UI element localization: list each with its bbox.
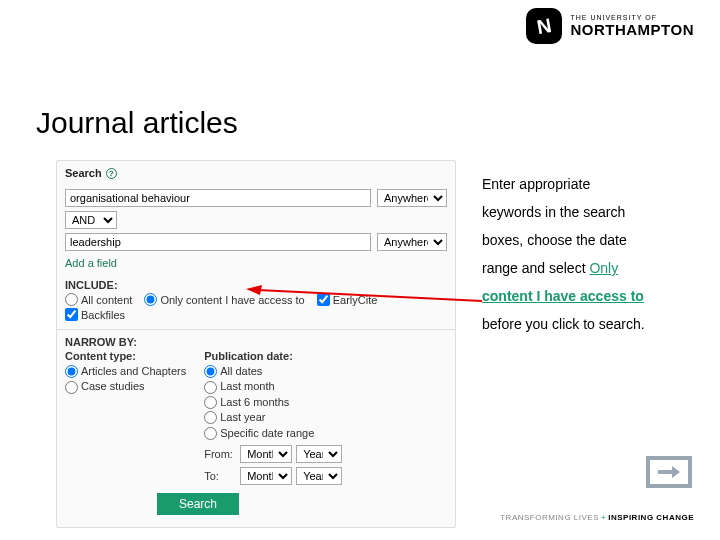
instr-line4a: range and select bbox=[482, 260, 589, 276]
narrow-label: NARROW BY: bbox=[57, 332, 455, 350]
page-title: Journal articles bbox=[36, 106, 238, 140]
pubdate-col: Publication date: All dates Last month L… bbox=[204, 350, 342, 485]
arrow-right-icon bbox=[658, 465, 680, 479]
from-row: From: Month Year bbox=[204, 445, 342, 463]
divider bbox=[57, 329, 455, 330]
pubdate-label: Publication date: bbox=[204, 350, 342, 362]
tagline-plus: + bbox=[599, 513, 608, 522]
include-only-radio[interactable] bbox=[144, 293, 157, 306]
pd-range-radio[interactable] bbox=[204, 427, 217, 440]
include-backfiles[interactable]: Backfiles bbox=[65, 308, 125, 321]
instr-line1: Enter appropriate bbox=[482, 176, 590, 192]
ct-cases-radio[interactable] bbox=[65, 381, 78, 394]
search-panel: Search ? Anywhere AND Anywhere Add a fie… bbox=[56, 160, 456, 528]
include-checks: All content Only content I have access t… bbox=[57, 293, 455, 327]
search-button[interactable]: Search bbox=[157, 493, 239, 515]
search-label: Search bbox=[65, 167, 102, 179]
keyword-row-1: Anywhere bbox=[57, 185, 455, 211]
instr-only: Only bbox=[589, 260, 618, 276]
pd-lastyear[interactable]: Last year bbox=[204, 410, 342, 425]
content-type-label: Content type: bbox=[65, 350, 186, 362]
brand-block: N THE UNIVERSITY OF NORTHAMPTON bbox=[526, 8, 694, 44]
include-all-radio[interactable] bbox=[65, 293, 78, 306]
brand-name: NORTHAMPTON bbox=[570, 22, 694, 38]
content-type-col: Content type: Articles and Chapters Case… bbox=[65, 350, 186, 485]
ct-articles[interactable]: Articles and Chapters bbox=[65, 364, 186, 379]
brand-text: THE UNIVERSITY OF NORTHAMPTON bbox=[570, 14, 694, 37]
tagline-right: INSPIRING CHANGE bbox=[608, 513, 694, 522]
pd-last6-radio[interactable] bbox=[204, 396, 217, 409]
operator-row: AND bbox=[57, 211, 455, 229]
operator-select[interactable]: AND bbox=[65, 211, 117, 229]
field-select-1[interactable]: Anywhere bbox=[377, 189, 447, 207]
pd-last6[interactable]: Last 6 months bbox=[204, 395, 342, 410]
from-month[interactable]: Month bbox=[240, 445, 292, 463]
include-all[interactable]: All content bbox=[65, 293, 132, 306]
keyword-row-2: Anywhere bbox=[57, 229, 455, 255]
keyword-input-1[interactable] bbox=[65, 189, 371, 207]
search-header: Search ? bbox=[57, 161, 455, 185]
instr-line3: boxes, choose the date bbox=[482, 232, 627, 248]
include-earlycite-checkbox[interactable] bbox=[317, 293, 330, 306]
to-year[interactable]: Year bbox=[296, 467, 342, 485]
pd-all[interactable]: All dates bbox=[204, 364, 342, 379]
to-label: To: bbox=[204, 470, 236, 482]
next-page-arrow[interactable] bbox=[646, 456, 692, 488]
pd-lastmonth[interactable]: Last month bbox=[204, 379, 342, 394]
instruction-text: Enter appropriate keywords in the search… bbox=[482, 170, 682, 338]
keyword-input-2[interactable] bbox=[65, 233, 371, 251]
footer-tagline: TRANSFORMING LIVES+INSPIRING CHANGE bbox=[500, 513, 694, 522]
tagline-left: TRANSFORMING LIVES bbox=[500, 513, 599, 522]
pd-lastmonth-radio[interactable] bbox=[204, 381, 217, 394]
field-select-2[interactable]: Anywhere bbox=[377, 233, 447, 251]
to-month[interactable]: Month bbox=[240, 467, 292, 485]
help-icon[interactable]: ? bbox=[106, 168, 117, 179]
instr-line5: content I have access to bbox=[482, 288, 644, 304]
add-field-link[interactable]: Add a field bbox=[57, 255, 455, 275]
include-label: INCLUDE: bbox=[57, 275, 455, 293]
pd-range[interactable]: Specific date range bbox=[204, 426, 342, 441]
pd-lastyear-radio[interactable] bbox=[204, 411, 217, 424]
brand-logo-glyph: N bbox=[535, 13, 553, 38]
ct-articles-radio[interactable] bbox=[65, 365, 78, 378]
instr-line2: keywords in the search bbox=[482, 204, 625, 220]
include-backfiles-checkbox[interactable] bbox=[65, 308, 78, 321]
narrow-columns: Content type: Articles and Chapters Case… bbox=[57, 350, 455, 485]
include-earlycite[interactable]: EarlyCite bbox=[317, 293, 378, 306]
brand-logo: N bbox=[526, 8, 562, 44]
instr-line6: before you click to search. bbox=[482, 316, 645, 332]
from-label: From: bbox=[204, 448, 236, 460]
from-year[interactable]: Year bbox=[296, 445, 342, 463]
include-only-access[interactable]: Only content I have access to bbox=[144, 293, 304, 306]
pd-all-radio[interactable] bbox=[204, 365, 217, 378]
ct-cases[interactable]: Case studies bbox=[65, 379, 186, 394]
to-row: To: Month Year bbox=[204, 467, 342, 485]
